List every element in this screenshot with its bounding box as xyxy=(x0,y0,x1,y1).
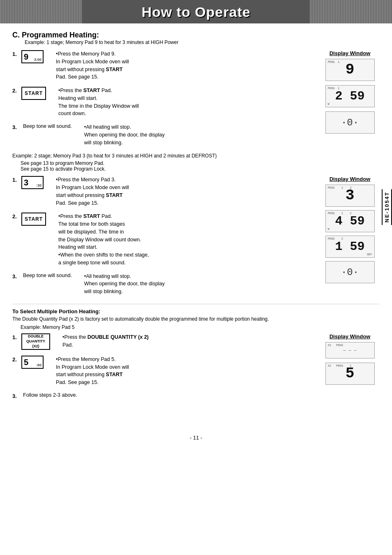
step-desc: •All heating will stop. When opening the… xyxy=(84,123,312,146)
step-desc: •All heating will stop. When opening the… xyxy=(84,273,312,296)
select-section: To Select Multiple Portion Heating: The … xyxy=(12,308,380,330)
example1-subtitle: Example: 1 stage; Memory Pad 9 to heat f… xyxy=(25,39,380,45)
step-row: 3. Follow steps 2-3 above. xyxy=(12,392,320,399)
pad-digit: 3 xyxy=(24,178,28,187)
step-pad: 5 :60 xyxy=(21,356,44,369)
example2-subtitle: Example: 2 stage; Memory Pad 3 (to heat … xyxy=(12,153,380,159)
display-zero: ·0· xyxy=(341,267,359,278)
section-c-title: C. Programmed Heating: xyxy=(12,31,380,39)
select-desc: The Double Quantity Pad (x 2) is factory… xyxy=(12,316,380,322)
step-number: 1. xyxy=(12,334,21,340)
display-box-e2-1: PROG 1 2 3 xyxy=(325,185,375,207)
bottom-right-indicator: DEF xyxy=(367,253,372,256)
bottom-indicator: W xyxy=(328,227,330,231)
step-desc: •Press the Memory Pad 3. In Program Lock… xyxy=(56,176,312,207)
pad-time: 3:00 xyxy=(34,58,42,62)
model-label: NE-1054T xyxy=(382,189,392,225)
step-row: 1. 9 3:00 •Press the Memory Pad 9. In Pr… xyxy=(12,50,320,81)
pad-double-quantity[interactable]: DOUBLEQUANTITY(X2) xyxy=(21,333,50,350)
step-number: 1. xyxy=(12,51,21,57)
example-mem: Example: Memory Pad 5 xyxy=(21,324,380,330)
display-digit: 4 59 xyxy=(335,215,364,227)
display-window-col-select: Display Window X2 PROG — — — X2 PROG 1 5 xyxy=(320,333,380,403)
prog-indicator: PROG1 xyxy=(328,87,340,90)
display-digit: 9 xyxy=(346,62,355,77)
step-number: 2. xyxy=(12,213,21,220)
step-pad: START xyxy=(21,87,46,100)
display-digit: 1 59 xyxy=(335,240,364,253)
display-box-sel-2: X2 PROG 1 5 xyxy=(325,363,375,385)
step-number: 3. xyxy=(12,273,21,280)
pad-start[interactable]: START xyxy=(21,213,46,226)
step-row: 1. DOUBLEQUANTITY(X2) •Press the DOUBLE … xyxy=(12,333,320,350)
step-desc: •Press the DOUBLE QUANTITY (x 2)Pad. xyxy=(62,333,312,349)
display-zero: ·0· xyxy=(341,117,359,128)
step-number: 3. xyxy=(12,124,21,130)
step-row: 1. 3 :30 •Press the Memory Pad 3. In Pro… xyxy=(12,176,320,207)
example1-block: 1. 9 3:00 •Press the Memory Pad 9. In Pr… xyxy=(12,50,380,150)
pad-time: :60 xyxy=(36,363,42,367)
step-row: 3. Beep tone will sound. •All heating wi… xyxy=(12,123,320,146)
step-number: 1. xyxy=(12,177,21,183)
display-window-col-2: Display Window PROG 1 2 3 PROG 1 2 4 59 … xyxy=(320,176,380,300)
display-box-e2-2: PROG 1 2 4 59 W xyxy=(325,210,375,232)
display-box-sel-1: X2 PROG — — — xyxy=(325,342,375,358)
example1-steps: 1. 9 3:00 •Press the Memory Pad 9. In Pr… xyxy=(12,50,320,150)
select-steps: 1. DOUBLEQUANTITY(X2) •Press the DOUBLE … xyxy=(12,333,320,403)
display-window-label: Display Window xyxy=(320,50,380,56)
display-digit: 2 59 xyxy=(335,90,364,102)
display-window-col: Display Window PROG1 9 PROG1 2 59 W ·0· xyxy=(320,50,380,150)
note1: See page 13 to program Memory Pad. xyxy=(21,160,380,166)
step-pad: DOUBLEQUANTITY(X2) xyxy=(21,333,50,350)
step-desc: •Press the START Pad. Heating will start… xyxy=(58,87,312,118)
display-digit: 3 xyxy=(346,188,355,203)
divider xyxy=(12,304,380,304)
display-window-label-2: Display Window xyxy=(320,176,380,182)
display-box-3: ·0· xyxy=(325,111,375,134)
beep-text: Beep tone will sound. xyxy=(23,123,72,129)
prog-indicator: PROG1 xyxy=(328,60,340,64)
step-row: 2. START •Press the START Pad. Heating w… xyxy=(12,87,320,118)
display-box-2: PROG1 2 59 W xyxy=(325,85,375,107)
step-pad: 9 3:00 xyxy=(21,50,44,63)
note2: See page 15 to activate Program Lock. xyxy=(21,166,380,172)
select-block: 1. DOUBLEQUANTITY(X2) •Press the DOUBLE … xyxy=(12,333,380,403)
prog-indicator: PROG 1 2 xyxy=(328,212,352,215)
note-lines: See page 13 to program Memory Pad. See p… xyxy=(21,160,380,172)
display-box-1: PROG1 9 xyxy=(325,59,375,81)
follow-text: Follow steps 2-3 above. xyxy=(23,392,77,398)
page-title: How to Operate xyxy=(141,4,250,20)
display-digit: 5 xyxy=(346,366,355,381)
bottom-indicator: W xyxy=(328,102,330,106)
example2-steps: 1. 3 :30 •Press the Memory Pad 3. In Pro… xyxy=(12,176,320,300)
prog-indicator: X2 PROG 1 xyxy=(328,364,352,368)
pad-start[interactable]: START xyxy=(21,87,46,100)
pad-time: :30 xyxy=(36,183,42,187)
step-desc: •Press the Memory Pad 5. In Program Lock… xyxy=(56,356,312,386)
select-title: To Select Multiple Portion Heating: xyxy=(12,308,380,314)
prog-indicator: PROG 1 2 xyxy=(328,186,352,190)
step-pad: 3 :30 xyxy=(21,176,44,189)
pad-label: DOUBLEQUANTITY(X2) xyxy=(26,334,45,349)
display-box-e2-4: ·0· xyxy=(325,261,375,283)
page-number: - 11 - xyxy=(0,435,392,441)
step-row: 2. 5 :60 •Press the Memory Pad 5. In Pro… xyxy=(12,356,320,386)
display-dashes: — — — xyxy=(343,348,357,353)
step-row: 3. Beep tone will sound. •All heating wi… xyxy=(12,273,320,296)
step-number: 2. xyxy=(12,88,21,94)
step-pad: START xyxy=(21,213,46,226)
display-box-e2-3: PROG 2 1 59 DEF xyxy=(325,236,375,258)
pad-9[interactable]: 9 3:00 xyxy=(21,50,44,63)
step-row: 2. START •Press the START Pad. The total… xyxy=(12,213,320,266)
step-number: 3. xyxy=(12,393,21,399)
prog-indicator: PROG 2 xyxy=(328,237,343,240)
display-window-label-select: Display Window xyxy=(320,333,380,340)
step-number: 2. xyxy=(12,356,21,363)
prog-indicator: X2 PROG xyxy=(328,344,343,347)
pad-digit: 5 xyxy=(24,358,28,366)
pad-3[interactable]: 3 :30 xyxy=(21,176,44,189)
pad-5[interactable]: 5 :60 xyxy=(21,356,44,369)
pad-digit: 9 xyxy=(24,53,28,61)
example2-block: 1. 3 :30 •Press the Memory Pad 3. In Pro… xyxy=(12,176,380,300)
beep-text: Beep tone will sound. xyxy=(23,273,72,278)
